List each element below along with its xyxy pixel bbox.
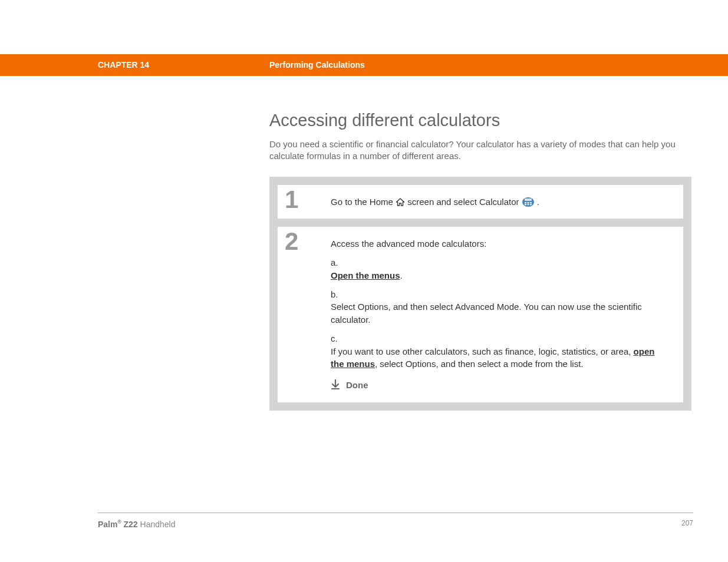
svg-rect-4 — [530, 202, 532, 203]
intro-paragraph: Do you need a scientific or financial ca… — [269, 138, 691, 163]
open-the-menus-link[interactable]: Open the menus — [331, 270, 400, 280]
substep-c-pre: If you want to use other calculators, su… — [331, 346, 634, 356]
page-heading: Accessing different calculators — [269, 111, 691, 130]
svg-rect-6 — [527, 204, 529, 205]
substep-c-marker: c. — [331, 332, 342, 345]
footer-bar: Palm® Z22 Handheld 207 — [98, 513, 693, 529]
svg-rect-5 — [525, 204, 526, 205]
step-1-text-a: Go to the Home — [331, 197, 396, 207]
step-1-text-b: screen and select Calculator — [407, 197, 521, 207]
step-1-text-c: . — [537, 197, 539, 207]
substep-b-marker: b. — [331, 288, 342, 301]
chapter-label: CHAPTER 14 — [98, 54, 149, 76]
footer-brand: Palm® Z22 Handheld — [98, 519, 175, 529]
brand-suffix: Handheld — [138, 520, 176, 529]
calculator-icon — [522, 197, 535, 207]
home-icon — [396, 197, 407, 207]
svg-rect-7 — [530, 204, 532, 205]
down-arrow-icon — [331, 379, 340, 392]
step-1-body: Go to the Home screen and select Calcula… — [331, 185, 683, 219]
done-label: Done — [346, 379, 368, 392]
steps-container: 1 Go to the Home screen and select Calcu… — [269, 177, 691, 411]
step-2-body: Access the advanced mode calculators: a.… — [331, 227, 683, 402]
step-2-lead: Access the advanced mode calculators: — [331, 237, 671, 250]
step-2-number: 2 — [278, 227, 331, 402]
step-1-number: 1 — [278, 185, 331, 219]
svg-rect-1 — [525, 199, 532, 201]
svg-rect-3 — [527, 202, 529, 203]
svg-rect-2 — [525, 202, 526, 203]
substep-c-post: , select Options, and then select a mode… — [375, 359, 584, 369]
header-bar: CHAPTER 14 Performing Calculations — [0, 54, 728, 76]
step-2: 2 Access the advanced mode calculators: … — [278, 227, 683, 402]
brand-model: Z22 — [121, 520, 138, 529]
substep-a-tail: . — [400, 270, 403, 280]
page-number: 207 — [681, 519, 693, 529]
step-1: 1 Go to the Home screen and select Calcu… — [278, 185, 683, 219]
section-title: Performing Calculations — [269, 54, 365, 76]
substep-a-marker: a. — [331, 256, 342, 269]
substep-b-text: Select Options, and then select Advanced… — [331, 300, 657, 326]
brand-name: Palm — [98, 520, 117, 529]
